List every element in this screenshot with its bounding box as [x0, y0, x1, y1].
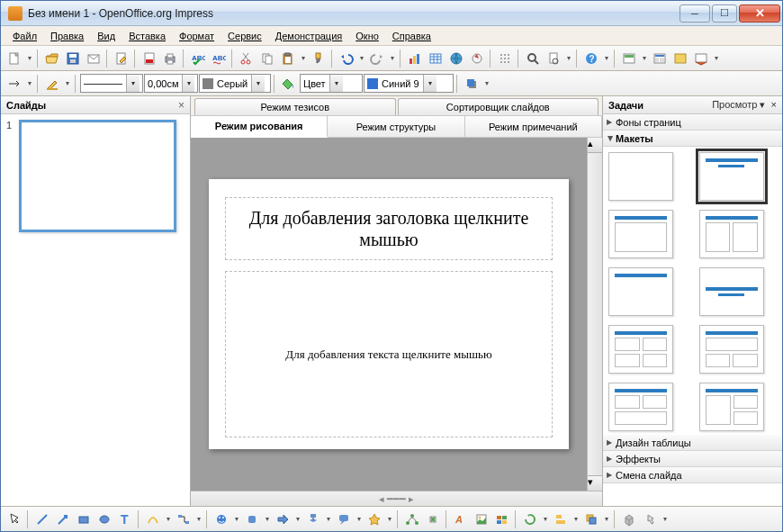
- points-icon[interactable]: [402, 509, 422, 529]
- text-icon[interactable]: T: [115, 509, 135, 529]
- menu-slideshow[interactable]: Демонстрация: [269, 29, 349, 43]
- line-color-dropdown[interactable]: ▾: [63, 79, 72, 87]
- curve-dropdown[interactable]: ▾: [164, 515, 173, 523]
- format-brush-icon[interactable]: [309, 49, 328, 68]
- curve-icon[interactable]: [143, 509, 163, 529]
- mail-icon[interactable]: [84, 49, 104, 68]
- layout-1-2v[interactable]: [699, 383, 764, 431]
- navigator-icon[interactable]: [467, 49, 487, 68]
- paste-dropdown[interactable]: ▾: [299, 54, 308, 62]
- flowchart-dropdown[interactable]: ▾: [324, 515, 333, 523]
- paste-icon[interactable]: [278, 49, 298, 68]
- layout-title[interactable]: [699, 152, 764, 201]
- toolbar-overflow-icon[interactable]: ▾: [602, 54, 611, 62]
- arrow-style-icon[interactable]: [4, 74, 24, 94]
- menu-tools[interactable]: Сервис: [221, 29, 268, 43]
- line-width-combo[interactable]: 0,00см▾: [144, 74, 198, 93]
- symbol-shapes-icon[interactable]: [242, 509, 262, 529]
- menu-window[interactable]: Окно: [349, 29, 385, 43]
- vertical-scrollbar[interactable]: ▴▾: [587, 138, 602, 491]
- menu-help[interactable]: Справка: [386, 29, 437, 43]
- ellipse-icon[interactable]: [94, 509, 114, 529]
- fontwork-icon[interactable]: A: [451, 509, 471, 529]
- callouts-dropdown[interactable]: ▾: [355, 515, 364, 523]
- section-transition[interactable]: ▶Смена слайда: [603, 467, 782, 483]
- line-color-combo[interactable]: Серый▾: [199, 74, 271, 93]
- copy-icon[interactable]: [257, 49, 277, 68]
- symbol-shapes-dropdown[interactable]: ▾: [263, 515, 272, 523]
- fill-color-combo[interactable]: Синий 9▾: [364, 74, 454, 93]
- callouts-icon[interactable]: [334, 509, 354, 529]
- layout-blank[interactable]: [608, 152, 673, 201]
- slide-design-icon[interactable]: [619, 49, 639, 68]
- stars-dropdown[interactable]: ▾: [385, 515, 394, 523]
- arrange-icon[interactable]: [581, 509, 601, 529]
- section-layouts[interactable]: ▶Макеты: [603, 131, 782, 147]
- rotate-icon[interactable]: [520, 509, 540, 529]
- tab-notes[interactable]: Режим примечаний: [465, 116, 602, 137]
- basic-shapes-dropdown[interactable]: ▾: [232, 515, 241, 523]
- thumbnail-1[interactable]: 1: [6, 120, 184, 232]
- redo-dropdown[interactable]: ▾: [388, 54, 397, 62]
- line-toolbar-overflow-icon[interactable]: ▾: [482, 79, 491, 87]
- block-arrows-dropdown[interactable]: ▾: [293, 515, 302, 523]
- flowchart-icon[interactable]: [303, 509, 323, 529]
- align-dropdown[interactable]: ▾: [572, 515, 580, 523]
- tab-outline-mode[interactable]: Режим тезисов: [194, 98, 396, 115]
- cut-icon[interactable]: [237, 49, 256, 68]
- arrow-style-dropdown[interactable]: ▾: [25, 79, 34, 87]
- basic-shapes-icon[interactable]: [212, 509, 231, 529]
- minimize-button[interactable]: ─: [680, 5, 710, 23]
- layout-two-content[interactable]: [699, 210, 764, 258]
- menu-insert[interactable]: Вставка: [122, 29, 172, 43]
- menu-edit[interactable]: Правка: [44, 29, 90, 43]
- maximize-button[interactable]: ☐: [712, 5, 737, 23]
- tab-outline[interactable]: Режим структуры: [328, 116, 464, 137]
- spellcheck-icon[interactable]: ABC: [188, 49, 208, 68]
- stars-icon[interactable]: [364, 509, 384, 529]
- drawbar-overflow-icon[interactable]: ▾: [661, 515, 670, 523]
- close-button[interactable]: ✕: [739, 5, 780, 23]
- shadow-icon[interactable]: [462, 74, 482, 94]
- layout-centered[interactable]: [699, 267, 764, 316]
- table-icon[interactable]: [426, 49, 446, 68]
- horizontal-scrollbar[interactable]: ◂ ━━━ ▸: [191, 491, 602, 506]
- section-table-design[interactable]: ▶Дизайн таблицы: [603, 435, 782, 451]
- tasks-view-link[interactable]: Просмотр ▾ ×: [712, 99, 777, 111]
- title-placeholder[interactable]: Для добавления заголовка щелкните мышью: [225, 197, 553, 260]
- zoom-page-icon[interactable]: [544, 49, 563, 68]
- section-effects[interactable]: ▶Эффекты: [603, 451, 782, 467]
- toolbar2-overflow-icon[interactable]: ▾: [712, 54, 721, 62]
- interaction-icon[interactable]: [640, 509, 660, 529]
- layout-1-2[interactable]: [699, 325, 764, 374]
- undo-dropdown[interactable]: ▾: [357, 54, 366, 62]
- fill-bucket-icon[interactable]: [279, 74, 299, 94]
- line-style-combo[interactable]: ▾: [80, 74, 143, 93]
- connector-icon[interactable]: [174, 509, 194, 529]
- grid-icon[interactable]: [495, 49, 515, 68]
- open-icon[interactable]: [42, 49, 62, 68]
- redo-icon[interactable]: [367, 49, 387, 68]
- layout-2-1[interactable]: [608, 383, 673, 431]
- new-dropdown[interactable]: ▾: [25, 54, 34, 62]
- zoom-dropdown[interactable]: ▾: [564, 54, 573, 62]
- zoom-icon[interactable]: [523, 49, 543, 68]
- gallery-icon[interactable]: [492, 509, 512, 529]
- glue-points-icon[interactable]: [423, 509, 443, 529]
- tab-drawing[interactable]: Режим рисования: [191, 116, 328, 138]
- extrusion-icon[interactable]: [619, 509, 639, 529]
- undo-icon[interactable]: [337, 49, 356, 68]
- slide-layout-icon[interactable]: [650, 49, 670, 68]
- hyperlink-icon[interactable]: [446, 49, 466, 68]
- body-placeholder[interactable]: Для добавления текста щелкните мышью: [225, 271, 553, 437]
- print-icon[interactable]: [160, 49, 180, 68]
- layout-2x2[interactable]: [608, 325, 673, 374]
- line-icon[interactable]: [32, 509, 52, 529]
- rotate-dropdown[interactable]: ▾: [541, 515, 550, 523]
- block-arrows-icon[interactable]: [273, 509, 292, 529]
- section-master-pages[interactable]: ▶Фоны страниц: [603, 114, 782, 131]
- export-pdf-icon[interactable]: [140, 49, 159, 68]
- align-icon[interactable]: [551, 509, 571, 529]
- slide-canvas[interactable]: Для добавления заголовка щелкните мышью …: [191, 138, 587, 491]
- slide-master-icon[interactable]: [670, 49, 690, 68]
